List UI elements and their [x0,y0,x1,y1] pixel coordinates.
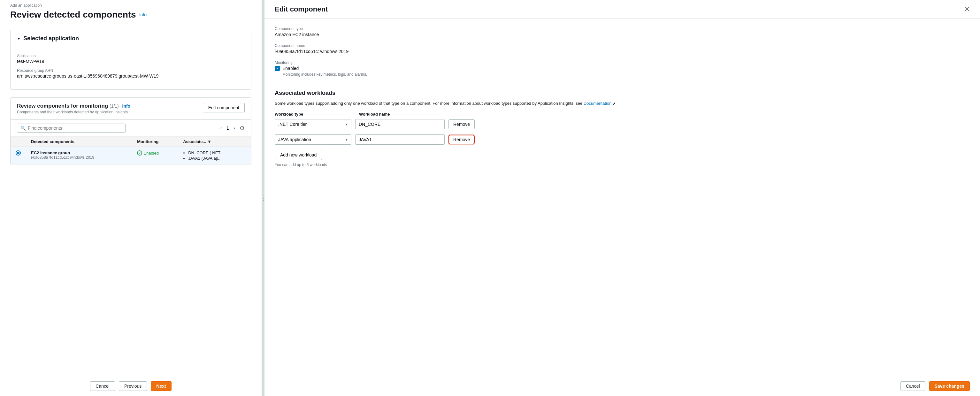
page-header: Add an application Review detected compo… [0,0,262,22]
workload-name-col-label: Workload name [359,112,449,116]
col-monitoring: Monitoring [132,137,178,147]
left-footer: Cancel Previous Next [0,376,262,396]
workload-description: Some workload types support adding only … [275,100,970,107]
col-detected: Detected components [26,137,132,147]
enabled-text: Enabled [143,151,159,156]
right-header: Edit component ✕ [264,0,980,19]
app-label: Application [17,54,245,58]
col-associate-arrow: ▼ [207,139,212,144]
component-name: EC2 instance group [31,150,127,155]
chevron-down-icon: ▼ [17,37,21,41]
workload-limit-note: You can add up to 5 workloads [275,162,970,167]
table-header: Detected components Monitoring Associate… [11,137,251,147]
remove-button-2[interactable]: Remove [449,135,475,144]
app-value: test-MW-W19 [17,59,245,64]
col-select [11,137,26,147]
selected-application-header[interactable]: ▼ Selected application [11,30,251,47]
row-monitoring: ✓ Enabled [132,147,178,165]
right-footer: Cancel Save changes [264,376,980,396]
workload-type-col-label: Workload type [275,112,352,116]
page-number: 1 [226,126,229,130]
selected-application-body: Application test-MW-W19 Resource group A… [11,47,251,89]
monitoring-enabled-text: Enabled [282,66,299,71]
left-panel: Add an application Review detected compo… [0,0,262,396]
pagination-prev-icon[interactable]: ‹ [218,124,224,132]
workload-row-2: .NET Core tier JAVA application SQL Serv… [275,134,970,145]
component-name-label: Component name [275,43,970,48]
monitoring-hint: Monitoring includes key metrics, logs, a… [282,72,970,76]
workload-column-headers: Workload type Workload name [275,112,970,116]
selected-application-card: ▼ Selected application Application test-… [10,30,251,90]
review-components-header: Review components for monitoring (1/1) I… [11,98,251,120]
check-icon: ✓ [137,150,142,156]
documentation-link[interactable]: Documentation [584,101,611,106]
search-icon: 🔍 [21,126,26,130]
right-title: Edit component [275,5,328,13]
radio-button[interactable] [16,150,21,156]
component-type-section: Component type Amazon EC2 instance [275,27,970,37]
components-table: Detected components Monitoring Associate… [11,137,251,165]
previous-button[interactable]: Previous [119,381,147,391]
table-row[interactable]: EC2 instance group i-0a0858a7fd11cd51c: … [11,147,251,165]
review-header-left: Review components for monitoring (1/1) I… [17,103,130,115]
external-link-icon: ⬈ [612,102,616,105]
page-info-link[interactable]: Info [139,12,146,17]
remove-button-1[interactable]: Remove [449,119,475,129]
monitoring-label: Monitoring [275,60,970,65]
component-type-value: Amazon EC2 instance [275,32,970,37]
right-panel: Edit component ✕ Component type Amazon E… [264,0,980,396]
divider-handle[interactable]: ⋮ [262,0,264,396]
workload-type-select-1[interactable]: .NET Core tier JAVA application SQL Serv… [275,119,352,129]
edit-component-button[interactable]: Edit component [203,103,245,113]
search-input[interactable] [28,126,122,130]
component-id: i-0a0858a7fd11cd51c: windows 2019 [31,155,127,160]
col-associate: Associate... ▼ [178,137,251,147]
right-content: Component type Amazon EC2 instance Compo… [264,19,980,376]
pagination-wrap: ‹ 1 › ⚙ [218,124,245,132]
monitoring-checkbox-row: ✓ Enabled [275,66,970,71]
associated-workloads-section: Associated workloads Some workload types… [275,90,970,167]
breadcrumb: Add an application [10,3,251,8]
review-components-title: Review components for monitoring (1/1) I… [17,103,130,109]
component-type-label: Component type [275,27,970,31]
page-title-text: Review detected components [10,10,136,20]
add-workload-button[interactable]: Add new workload [275,150,322,160]
workload-type-select-2[interactable]: .NET Core tier JAVA application SQL Serv… [275,134,352,145]
associate-item-2: JAVA1 (JAVA ap... [188,156,246,161]
workload-name-input-2[interactable] [355,134,445,145]
search-input-wrap[interactable]: 🔍 [17,124,126,132]
workload-name-input-1[interactable] [355,119,445,129]
settings-icon[interactable]: ⚙ [240,124,245,132]
selected-application-title: Selected application [23,35,79,42]
row-radio[interactable] [11,147,26,165]
workload-row-1: .NET Core tier JAVA application SQL Serv… [275,119,970,129]
left-content: ▼ Selected application Application test-… [0,22,262,376]
arn-label: Resource group ARN [17,68,245,73]
page-title: Review detected components Info [10,10,251,20]
pagination-next-icon[interactable]: › [232,124,237,132]
associated-title: Associated workloads [275,90,970,97]
component-name-value: i-0a0858a7fd11cd51c: windows 2019 [275,49,970,54]
associate-list: DN_CORE (.NET... JAVA1 (JAVA ap... [183,150,246,161]
arn-value: arn:aws:resource-groups:us-east-1:856960… [17,73,245,79]
workload-type-select-wrap-1: .NET Core tier JAVA application SQL Serv… [275,119,352,129]
table-body: EC2 instance group i-0a0858a7fd11cd51c: … [11,147,251,165]
row-component: EC2 instance group i-0a0858a7fd11cd51c: … [26,147,132,165]
workload-type-select-wrap-2: .NET Core tier JAVA application SQL Serv… [275,134,352,145]
associate-item-1: DN_CORE (.NET... [188,150,246,155]
right-cancel-button[interactable]: Cancel [900,381,925,391]
close-button[interactable]: ✕ [964,6,970,13]
row-associate: DN_CORE (.NET... JAVA1 (JAVA ap... [178,147,251,165]
review-subtitle: Components and their workloads detected … [17,110,130,115]
enabled-badge: ✓ Enabled [137,150,173,156]
cancel-button[interactable]: Cancel [90,381,115,391]
review-info-link[interactable]: Info [123,103,130,108]
review-components-section: Review components for monitoring (1/1) I… [10,97,251,165]
component-name-section: Component name i-0a0858a7fd11cd51c: wind… [275,43,970,54]
next-button[interactable]: Next [151,381,171,391]
section-divider [275,83,970,83]
monitoring-checkbox[interactable]: ✓ [275,66,280,71]
save-changes-button[interactable]: Save changes [929,381,970,391]
search-bar: 🔍 ‹ 1 › ⚙ [11,120,251,137]
monitoring-section: Monitoring ✓ Enabled Monitoring includes… [275,60,970,76]
